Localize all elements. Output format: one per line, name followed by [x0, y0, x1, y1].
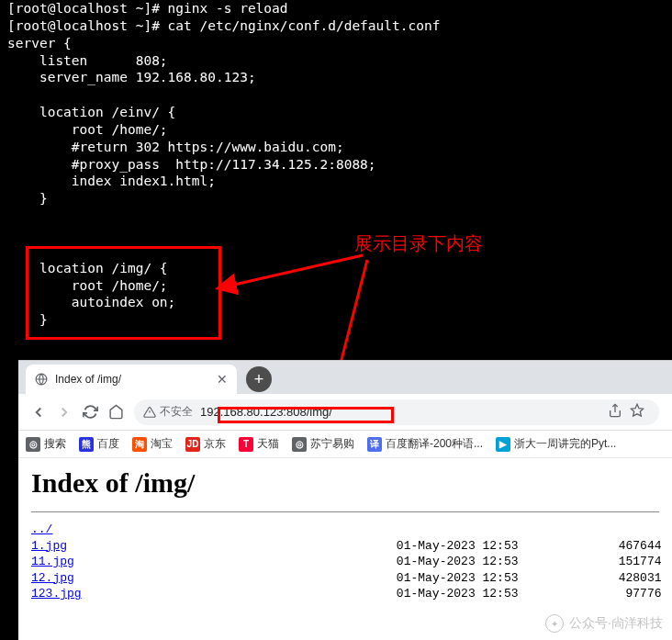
- bookmark-icon: 淘: [132, 437, 147, 452]
- bookmark-label: 京东: [204, 436, 226, 452]
- watermark-text: 公众号·尙洋科技: [569, 615, 663, 632]
- browser-window: Index of /img/ ✕ + 不安全 192.168.80.123:80…: [18, 360, 672, 640]
- file-link[interactable]: 1.jpg: [31, 539, 67, 553]
- tab-title: Index of /img/: [55, 373, 211, 386]
- forward-button[interactable]: [51, 399, 77, 425]
- tab-strip: Index of /img/ ✕ +: [18, 361, 672, 394]
- bookmark-label: 浙大一周讲完的Pyt...: [514, 436, 616, 452]
- bookmark-item[interactable]: JD京东: [185, 436, 226, 452]
- star-icon[interactable]: [630, 403, 644, 421]
- share-icon[interactable]: [608, 403, 622, 421]
- bookmark-icon: ▶: [496, 437, 510, 452]
- watermark: ✦ 公众号·尙洋科技: [545, 614, 663, 633]
- directory-listing: ../ 1.jpg 01-May-2023 12:53 467644 11.jp…: [31, 522, 659, 602]
- browser-tab[interactable]: Index of /img/ ✕: [26, 365, 237, 394]
- highlight-box-config: [26, 246, 221, 340]
- divider: [31, 511, 659, 512]
- page-content: Index of /img/ ../ 1.jpg 01-May-2023 12:…: [18, 458, 672, 612]
- insecure-badge: 不安全: [143, 404, 193, 420]
- svg-marker-4: [631, 404, 643, 416]
- file-link[interactable]: 123.jpg: [31, 587, 82, 601]
- bookmark-item[interactable]: ◎苏宁易购: [292, 436, 354, 452]
- bookmark-bar: ◎搜索熊百度淘淘宝JD京东T天猫◎苏宁易购译百度翻译-200种语...▶浙大一周…: [18, 431, 672, 458]
- bookmark-label: 淘宝: [151, 436, 173, 452]
- bookmark-label: 天猫: [257, 436, 279, 452]
- bookmark-item[interactable]: T天猫: [239, 436, 279, 452]
- home-button[interactable]: [103, 399, 129, 425]
- close-icon[interactable]: ✕: [217, 372, 228, 387]
- bookmark-label: 百度: [97, 436, 119, 452]
- file-link[interactable]: 12.jpg: [31, 571, 74, 585]
- bookmark-item[interactable]: 译百度翻译-200种语...: [367, 436, 483, 452]
- bookmark-icon: T: [239, 437, 253, 452]
- bookmark-label: 搜索: [44, 436, 66, 452]
- annotation-label: 展示目录下内容: [354, 231, 483, 256]
- bookmark-icon: JD: [185, 437, 200, 452]
- bookmark-icon: 译: [367, 437, 382, 452]
- bookmark-label: 苏宁易购: [310, 436, 354, 452]
- wechat-icon: ✦: [545, 614, 564, 633]
- insecure-label: 不安全: [160, 404, 193, 420]
- address-bar[interactable]: 不安全 192.168.80.123:808/img/: [134, 399, 659, 425]
- bookmark-item[interactable]: ▶浙大一周讲完的Pyt...: [496, 436, 616, 452]
- bookmark-icon: 熊: [79, 437, 94, 452]
- back-button[interactable]: [26, 399, 51, 425]
- bookmark-label: 百度翻译-200种语...: [386, 436, 483, 452]
- bookmark-item[interactable]: ◎搜索: [26, 436, 66, 452]
- bookmark-item[interactable]: 淘淘宝: [132, 436, 173, 452]
- highlight-box-url: [218, 407, 394, 423]
- new-tab-button[interactable]: +: [246, 366, 272, 392]
- parent-link[interactable]: ../: [31, 522, 52, 536]
- bookmark-item[interactable]: 熊百度: [79, 436, 119, 452]
- page-heading: Index of /img/: [31, 467, 659, 499]
- globe-icon: [35, 373, 48, 386]
- bookmark-icon: ◎: [292, 437, 307, 452]
- bookmark-icon: ◎: [26, 437, 40, 452]
- reload-button[interactable]: [77, 399, 103, 425]
- file-link[interactable]: 11.jpg: [31, 555, 74, 568]
